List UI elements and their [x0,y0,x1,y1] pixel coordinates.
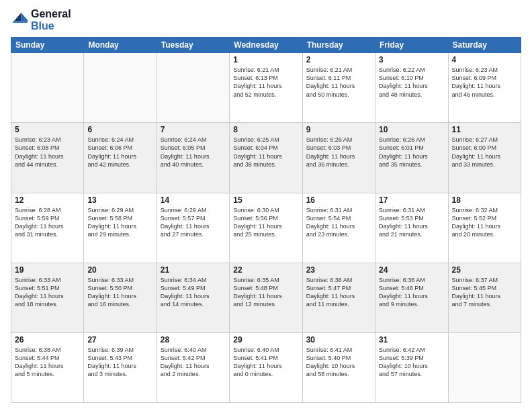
day-info: Sunrise: 6:29 AM Sunset: 5:57 PM Dayligh… [161,206,226,239]
calendar-cell: 4Sunrise: 6:23 AM Sunset: 6:09 PM Daylig… [448,53,521,123]
day-info: Sunrise: 6:34 AM Sunset: 5:49 PM Dayligh… [161,276,226,309]
svg-rect-3 [13,21,28,22]
calendar-cell: 24Sunrise: 6:36 AM Sunset: 5:46 PM Dayli… [375,263,448,332]
day-number: 31 [379,335,444,345]
calendar-cell [448,332,521,402]
calendar-cell: 31Sunrise: 6:42 AM Sunset: 5:39 PM Dayli… [375,332,448,402]
day-info: Sunrise: 6:30 AM Sunset: 5:56 PM Dayligh… [233,206,298,239]
calendar-cell: 17Sunrise: 6:31 AM Sunset: 5:53 PM Dayli… [375,193,448,263]
logo: General Blue [11,8,71,32]
calendar-cell: 25Sunrise: 6:37 AM Sunset: 5:45 PM Dayli… [448,263,521,332]
calendar-cell: 3Sunrise: 6:22 AM Sunset: 6:10 PM Daylig… [375,53,448,123]
weekday-header-monday: Monday [84,38,157,53]
day-info: Sunrise: 6:24 AM Sunset: 6:05 PM Dayligh… [161,136,226,169]
day-info: Sunrise: 6:26 AM Sunset: 6:01 PM Dayligh… [379,136,444,169]
calendar-week-row-5: 26Sunrise: 6:38 AM Sunset: 5:44 PM Dayli… [11,332,521,402]
day-info: Sunrise: 6:24 AM Sunset: 6:06 PM Dayligh… [87,136,152,169]
calendar-cell: 8Sunrise: 6:25 AM Sunset: 6:04 PM Daylig… [230,123,302,193]
calendar-cell: 2Sunrise: 6:21 AM Sunset: 6:11 PM Daylig… [302,53,375,123]
day-info: Sunrise: 6:31 AM Sunset: 5:54 PM Dayligh… [306,206,371,239]
day-info: Sunrise: 6:38 AM Sunset: 5:44 PM Dayligh… [15,346,80,379]
calendar-cell: 10Sunrise: 6:26 AM Sunset: 6:01 PM Dayli… [375,123,448,193]
day-info: Sunrise: 6:28 AM Sunset: 5:59 PM Dayligh… [15,206,80,239]
day-info: Sunrise: 6:33 AM Sunset: 5:50 PM Dayligh… [87,276,152,309]
day-info: Sunrise: 6:31 AM Sunset: 5:53 PM Dayligh… [379,206,444,239]
day-number: 29 [233,335,298,345]
day-info: Sunrise: 6:25 AM Sunset: 6:04 PM Dayligh… [233,136,298,169]
calendar-cell: 20Sunrise: 6:33 AM Sunset: 5:50 PM Dayli… [84,263,157,332]
day-number: 10 [379,125,444,134]
day-info: Sunrise: 6:23 AM Sunset: 6:09 PM Dayligh… [452,66,517,99]
calendar-cell: 14Sunrise: 6:29 AM Sunset: 5:57 PM Dayli… [157,193,229,263]
calendar-cell: 11Sunrise: 6:27 AM Sunset: 6:00 PM Dayli… [448,123,521,193]
day-number: 4 [452,55,517,64]
calendar-week-row-1: 1Sunrise: 6:21 AM Sunset: 6:13 PM Daylig… [11,53,521,123]
day-number: 8 [233,125,298,134]
day-info: Sunrise: 6:23 AM Sunset: 6:08 PM Dayligh… [15,136,80,169]
calendar-cell: 30Sunrise: 6:41 AM Sunset: 5:40 PM Dayli… [302,332,375,402]
day-number: 22 [233,265,298,275]
day-info: Sunrise: 6:40 AM Sunset: 5:42 PM Dayligh… [161,346,226,379]
day-number: 25 [452,265,517,275]
day-number: 15 [233,195,298,205]
day-number: 21 [161,265,226,275]
day-info: Sunrise: 6:40 AM Sunset: 5:41 PM Dayligh… [233,346,298,379]
calendar-cell: 9Sunrise: 6:26 AM Sunset: 6:03 PM Daylig… [302,123,375,193]
day-number: 30 [306,335,371,345]
day-info: Sunrise: 6:21 AM Sunset: 6:11 PM Dayligh… [306,66,371,99]
day-number: 9 [306,125,371,134]
day-number: 17 [379,195,444,205]
day-info: Sunrise: 6:36 AM Sunset: 5:46 PM Dayligh… [379,276,444,309]
calendar-week-row-3: 12Sunrise: 6:28 AM Sunset: 5:59 PM Dayli… [11,193,521,263]
calendar-cell: 6Sunrise: 6:24 AM Sunset: 6:06 PM Daylig… [84,123,157,193]
day-info: Sunrise: 6:32 AM Sunset: 5:52 PM Dayligh… [452,206,517,239]
calendar-cell: 26Sunrise: 6:38 AM Sunset: 5:44 PM Dayli… [11,332,84,402]
calendar-cell: 19Sunrise: 6:33 AM Sunset: 5:51 PM Dayli… [11,263,84,332]
weekday-header-saturday: Saturday [448,38,521,53]
weekday-header-thursday: Thursday [302,38,375,53]
calendar-cell: 21Sunrise: 6:34 AM Sunset: 5:49 PM Dayli… [157,263,229,332]
calendar-cell: 22Sunrise: 6:35 AM Sunset: 5:48 PM Dayli… [230,263,302,332]
day-info: Sunrise: 6:29 AM Sunset: 5:58 PM Dayligh… [87,206,152,239]
calendar-cell: 1Sunrise: 6:21 AM Sunset: 6:13 PM Daylig… [230,53,302,123]
weekday-header-wednesday: Wednesday [230,38,302,53]
day-info: Sunrise: 6:35 AM Sunset: 5:48 PM Dayligh… [233,276,298,309]
day-number: 19 [15,265,80,275]
calendar-page: General Blue SundayMondayTuesdayWednesda… [0,0,532,411]
calendar-cell: 16Sunrise: 6:31 AM Sunset: 5:54 PM Dayli… [302,193,375,263]
day-number: 16 [306,195,371,205]
day-number: 5 [15,125,80,134]
page-header: General Blue [11,8,521,32]
day-number: 7 [161,125,226,134]
day-number: 3 [379,55,444,64]
logo-text: General Blue [31,8,71,32]
calendar-week-row-2: 5Sunrise: 6:23 AM Sunset: 6:08 PM Daylig… [11,123,521,193]
weekday-header-sunday: Sunday [11,38,84,53]
day-info: Sunrise: 6:36 AM Sunset: 5:47 PM Dayligh… [306,276,371,309]
day-info: Sunrise: 6:27 AM Sunset: 6:00 PM Dayligh… [452,136,517,169]
calendar-week-row-4: 19Sunrise: 6:33 AM Sunset: 5:51 PM Dayli… [11,263,521,332]
calendar-cell: 12Sunrise: 6:28 AM Sunset: 5:59 PM Dayli… [11,193,84,263]
day-number: 13 [87,195,152,205]
calendar-table: SundayMondayTuesdayWednesdayThursdayFrid… [11,37,521,403]
day-info: Sunrise: 6:37 AM Sunset: 5:45 PM Dayligh… [452,276,517,309]
day-info: Sunrise: 6:33 AM Sunset: 5:51 PM Dayligh… [15,276,80,309]
day-number: 27 [87,335,152,345]
calendar-cell [84,53,157,123]
calendar-cell: 23Sunrise: 6:36 AM Sunset: 5:47 PM Dayli… [302,263,375,332]
calendar-cell: 18Sunrise: 6:32 AM Sunset: 5:52 PM Dayli… [448,193,521,263]
day-info: Sunrise: 6:39 AM Sunset: 5:43 PM Dayligh… [87,346,152,379]
day-number: 1 [233,55,298,64]
day-number: 6 [87,125,152,134]
day-number: 23 [306,265,371,275]
weekday-header-row: SundayMondayTuesdayWednesdayThursdayFrid… [11,38,521,53]
calendar-cell [157,53,229,123]
day-info: Sunrise: 6:21 AM Sunset: 6:13 PM Dayligh… [233,66,298,99]
day-number: 12 [15,195,80,205]
day-number: 20 [87,265,152,275]
day-info: Sunrise: 6:26 AM Sunset: 6:03 PM Dayligh… [306,136,371,169]
day-number: 2 [306,55,371,64]
calendar-cell: 15Sunrise: 6:30 AM Sunset: 5:56 PM Dayli… [230,193,302,263]
calendar-cell: 5Sunrise: 6:23 AM Sunset: 6:08 PM Daylig… [11,123,84,193]
weekday-header-tuesday: Tuesday [157,38,229,53]
